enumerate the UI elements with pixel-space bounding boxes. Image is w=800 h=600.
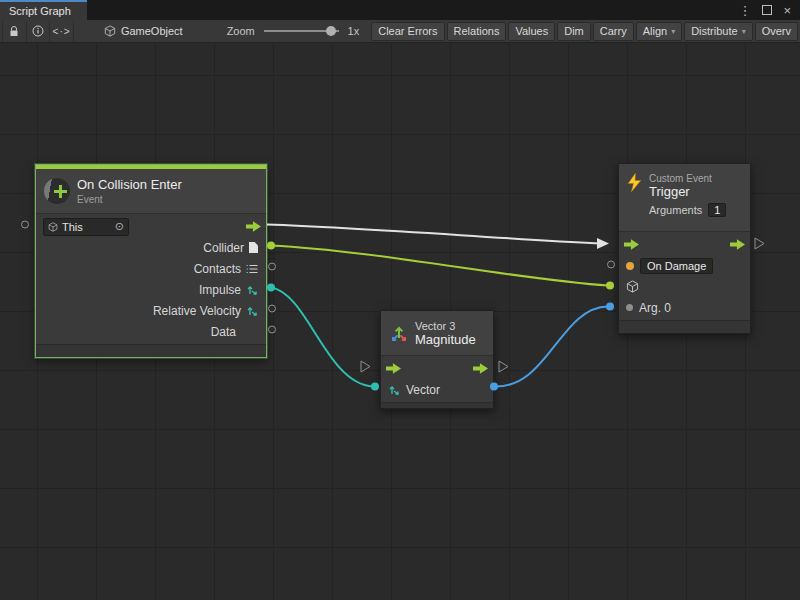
gameobject-breadcrumb[interactable]: GameObject — [104, 25, 183, 37]
close-icon[interactable]: × — [783, 4, 791, 17]
gameobject-label: GameObject — [121, 25, 183, 37]
port-label-relative-velocity: Relative Velocity — [153, 304, 241, 318]
button-label: Values — [515, 25, 548, 37]
node-title: On Collision Enter — [77, 177, 182, 192]
object-picker-icon[interactable]: ⊙ — [115, 221, 124, 232]
button-label: Dim — [564, 25, 584, 37]
code-brackets-icon: <·> — [53, 26, 71, 37]
button-label: Align — [643, 25, 667, 37]
flow-output-port[interactable] — [473, 363, 488, 374]
flow-input-port[interactable] — [624, 239, 639, 250]
node-header: On Collision Enter Event — [36, 169, 266, 214]
flow-output-port[interactable] — [730, 239, 745, 250]
values-button[interactable]: Values — [508, 22, 555, 41]
custom-event-bolt-icon — [627, 173, 642, 192]
zoom-value: 1x — [348, 25, 360, 37]
target-object-field[interactable]: This ⊙ — [43, 218, 129, 236]
chevron-down-icon: ▾ — [671, 27, 675, 36]
node-category: Custom Event — [649, 173, 726, 184]
collider-type-icon — [249, 242, 258, 253]
zoom-label: Zoom — [227, 25, 255, 37]
info-icon — [32, 25, 44, 37]
node-body: On Damage Arg. 0 — [619, 232, 750, 320]
node-body: This ⊙ Collider Contacts Impulse Relativ… — [36, 214, 266, 344]
chevron-down-icon: ▾ — [742, 27, 746, 36]
relations-button[interactable]: Relations — [447, 22, 507, 41]
gameobject-cube-icon — [104, 25, 116, 37]
distribute-dropdown[interactable]: Distribute▾ — [684, 22, 752, 41]
node-on-collision-enter[interactable]: On Collision Enter Event This ⊙ Collider… — [35, 164, 267, 358]
node-footer — [619, 320, 750, 333]
maximize-icon[interactable] — [762, 5, 772, 15]
port-label-data: Data — [211, 325, 236, 339]
target-object-value: This — [62, 221, 111, 233]
kebab-menu-icon[interactable]: ⋮ — [738, 4, 751, 17]
zoom-slider[interactable] — [264, 30, 339, 32]
lock-icon — [9, 26, 19, 37]
string-port-dot[interactable] — [626, 262, 634, 270]
node-trigger-custom-event[interactable]: Custom Event Trigger Arguments 1 On Dama… — [618, 163, 751, 334]
list-type-icon — [246, 264, 258, 274]
event-name-field[interactable]: On Damage — [640, 258, 713, 274]
button-label: Carry — [600, 25, 627, 37]
button-label: Relations — [454, 25, 500, 37]
tab-bar-spacer — [87, 0, 730, 20]
dim-button[interactable]: Dim — [557, 22, 591, 41]
flow-input-port[interactable] — [386, 363, 401, 374]
node-title: Trigger — [649, 184, 726, 199]
window-controls: ⋮ × — [729, 0, 800, 20]
node-footer — [36, 344, 266, 357]
node-body: Vector — [381, 356, 493, 402]
node-title: Magnitude — [415, 332, 476, 347]
overview-button[interactable]: Overv — [755, 22, 798, 41]
gameobject-cube-icon — [48, 222, 58, 232]
window-tab-bar: Script Graph ⋮ × — [0, 0, 800, 20]
node-header: Vector 3 Magnitude — [381, 311, 493, 356]
node-footer — [381, 402, 493, 408]
zoom-slider-knob[interactable] — [326, 26, 336, 36]
vector3-type-icon — [246, 305, 258, 317]
arg-port-dot[interactable] — [626, 304, 633, 311]
port-label-collider: Collider — [203, 241, 244, 255]
vector3-type-icon — [246, 284, 258, 296]
node-category: Vector 3 — [415, 320, 476, 332]
align-dropdown[interactable]: Align▾ — [636, 22, 682, 41]
code-view-button[interactable]: <·> — [50, 21, 74, 42]
clear-errors-button[interactable]: Clear Errors — [371, 22, 444, 41]
lock-button[interactable] — [2, 21, 27, 42]
carry-button[interactable]: Carry — [593, 22, 634, 41]
graph-toolbar: <·> GameObject Zoom 1x Clear Errors Rela… — [0, 20, 800, 43]
vector3-icon — [389, 323, 409, 343]
info-button[interactable] — [27, 21, 51, 42]
port-label-arg0: Arg. 0 — [639, 301, 671, 315]
button-label: Clear Errors — [378, 25, 437, 37]
tab-script-graph[interactable]: Script Graph — [0, 0, 87, 20]
port-label-contacts: Contacts — [194, 262, 241, 276]
arguments-label: Arguments — [649, 204, 702, 216]
button-label: Distribute — [691, 25, 737, 37]
collision-event-icon — [44, 178, 70, 204]
port-label-impulse: Impulse — [199, 283, 241, 297]
flow-output-port[interactable] — [246, 221, 261, 232]
port-label-vector: Vector — [406, 383, 440, 397]
node-header: Custom Event Trigger Arguments 1 — [619, 164, 750, 232]
gameobject-target-cube-icon — [626, 280, 639, 293]
node-subtitle: Event — [77, 194, 182, 205]
node-vector3-magnitude[interactable]: Vector 3 Magnitude Vector — [380, 310, 494, 409]
tab-title: Script Graph — [9, 5, 71, 17]
arguments-count-field[interactable]: 1 — [708, 203, 726, 217]
vector3-type-icon — [388, 384, 400, 396]
button-label: Overv — [762, 25, 791, 37]
